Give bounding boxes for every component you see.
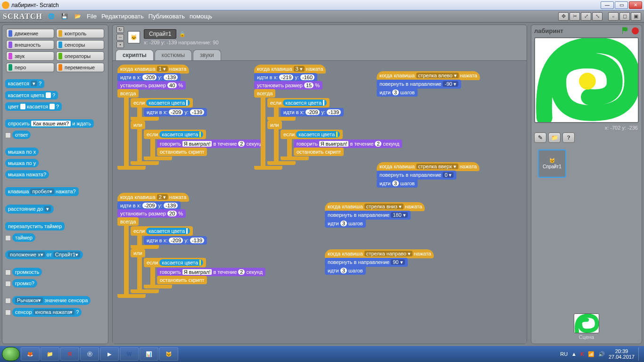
tab-scripts[interactable]: скрипты (116, 49, 154, 60)
scene-box[interactable]: Сцена (531, 312, 642, 344)
script-canvas[interactable]: когда клавиша 1 ▾ нажатаидти в x: -209 y… (113, 60, 527, 344)
sprite-list-item[interactable]: 🐱 Спрайт1 (538, 149, 566, 178)
taskbar: 🦊 📁 Я ⓔ ▶ W 📊 🐱 RU ▲ K 📶 🔊 20:39 27.04.2… (0, 346, 644, 362)
script-arrow-up[interactable]: когда клавиша стрелка вверх ▾ нажатапове… (377, 162, 479, 187)
block-keypressed[interactable]: клавиша пробел▾ нажата? (5, 187, 79, 196)
category-внешность[interactable]: внешность (6, 40, 54, 49)
taskbar-chart-icon[interactable]: 📊 (140, 347, 158, 361)
left-panel: движениеконтрольвнешностьсенсорызвукопер… (2, 25, 108, 344)
show-desktop-button[interactable] (638, 347, 642, 361)
window-minimize-button[interactable]: — (601, 1, 614, 9)
block-mousedown[interactable]: мышка нажата? (5, 170, 49, 179)
tray-sound-icon[interactable]: 🔊 (598, 351, 605, 357)
menu-edit[interactable]: Редактировать (101, 13, 144, 20)
taskbar-firefox-icon[interactable]: 🦊 (21, 347, 40, 361)
choose-sprite-icon[interactable]: 📁 (548, 132, 561, 143)
sprite-name[interactable]: Спрайт1 (144, 29, 176, 39)
tool-cut-icon[interactable]: ✂ (570, 12, 580, 21)
rotate-none-button[interactable]: • (116, 41, 124, 48)
stop-icon[interactable] (632, 27, 639, 34)
block-sensor-pressed[interactable]: сенсор кнопка нажата▾ ? (12, 308, 82, 317)
tray-wifi-icon[interactable]: 📶 (588, 351, 594, 357)
tray-k-icon[interactable]: K (580, 351, 584, 357)
block-timer[interactable]: таймер (12, 233, 35, 242)
taskbar-media-icon[interactable]: ▶ (100, 347, 119, 361)
save-icon[interactable]: 💾 (60, 12, 69, 21)
cat-icon: 🐱 (549, 158, 555, 163)
view-small-icon[interactable]: ▫ (608, 12, 619, 21)
block-color-touching[interactable]: цвет касается ? (5, 102, 62, 111)
category-grid: движениеконтрольвнешностьсенсорызвукопер… (2, 25, 108, 76)
green-flag-icon[interactable] (621, 27, 629, 34)
block-distance[interactable]: расстояние до ▾ (5, 205, 54, 214)
block-mousex[interactable]: мышка по x (5, 148, 39, 156)
block-answer[interactable]: ответ (12, 131, 31, 139)
tray-time[interactable]: 20:39 (609, 348, 635, 354)
taskbar-word-icon[interactable]: W (120, 347, 139, 361)
category-операторы[interactable]: операторы (56, 51, 104, 61)
menu-file[interactable]: File (87, 13, 97, 20)
taskbar-ie-icon[interactable]: ⓔ (80, 347, 99, 361)
block-attr-of[interactable]: положение x▾ от Спрайт1▾ (5, 250, 83, 259)
checkbox[interactable] (5, 281, 11, 287)
svg-point-1 (579, 73, 596, 90)
taskbar-explorer-icon[interactable]: 📁 (41, 347, 59, 361)
tray-date[interactable]: 27.04.2017 (609, 354, 635, 360)
block-touching-color[interactable]: касается цвета ? (5, 91, 58, 99)
category-переменные[interactable]: переменные (56, 63, 104, 72)
block-sensor-value[interactable]: Рычажок▾ значение сенсора (12, 296, 91, 305)
script-arrow-left[interactable]: когда клавиша стрелка влево ▾ нажатапове… (377, 71, 480, 96)
block-mousey[interactable]: мышка по y (5, 159, 39, 167)
lock-icon[interactable]: 🔒 (179, 31, 186, 37)
category-движение[interactable]: движение (6, 29, 54, 38)
block-palette: касается ▾ ?касается цвета ?цвет касаетс… (2, 76, 108, 344)
view-normal-icon[interactable]: ◻ (619, 12, 630, 21)
tab-costumes[interactable]: костюмы (155, 49, 192, 60)
category-сенсоры[interactable]: сенсоры (56, 40, 104, 49)
menu-publish[interactable]: Публиковать (149, 13, 185, 20)
paint-new-sprite-icon[interactable]: ✎ (534, 132, 546, 143)
window-close-button[interactable]: ✕ (629, 1, 642, 9)
tray-flag-icon[interactable]: ▲ (571, 351, 577, 357)
view-present-icon[interactable]: ▣ (631, 12, 641, 21)
window-maximize-button[interactable]: ▭ (615, 1, 628, 9)
script-arrow-right[interactable]: когда клавиша стрелка направо ▾ нажатапо… (325, 249, 434, 274)
rotate-lr-button[interactable]: ↔ (116, 34, 124, 41)
checkbox[interactable] (5, 235, 11, 241)
rotate-free-button[interactable]: ↻ (116, 26, 124, 33)
stage[interactable] (534, 37, 639, 123)
main: движениеконтрольвнешностьсенсорызвукопер… (0, 23, 644, 346)
right-panel: лабиринт x: -702 y: -236 ✎ 📁 ？ 🐱 Спрайт1 (531, 25, 642, 344)
block-loud[interactable]: громко? (12, 279, 37, 288)
tool-shrink-icon[interactable]: ⤡ (592, 12, 603, 21)
block-reset-timer[interactable]: перезапустить таймер (5, 222, 65, 230)
script-arrow-down[interactable]: когда клавиша стрелка вниз ▾ нажатаповер… (325, 202, 425, 227)
taskbar-scratch-icon[interactable]: 🐱 (159, 347, 178, 361)
scratch-logo: SCRATCH (3, 12, 42, 21)
taskbar-yandex-icon[interactable]: Я (60, 347, 79, 361)
checkbox[interactable] (5, 310, 11, 315)
checkbox[interactable] (5, 270, 11, 275)
checkbox[interactable] (5, 132, 11, 138)
script-key-2[interactable]: когда клавиша 2 ▾ нажатаидти в x: -209 y… (117, 193, 265, 298)
sprite-thumb-icon: 🐱 (128, 31, 140, 43)
block-loudness[interactable]: громкость (12, 268, 42, 276)
tool-stamp-icon[interactable]: ✥ (558, 12, 569, 21)
script-key-1[interactable]: когда клавиша 1 ▾ нажатаидти в x: -209 y… (117, 65, 265, 170)
category-звук[interactable]: звук (6, 51, 54, 61)
sprite-tools: ✎ 📁 ？ (531, 132, 642, 144)
sprite-header: ↻ ↔ • 🐱 Спрайт1 🔒 x: -209 y: -139 направ… (113, 25, 527, 49)
surprise-sprite-icon[interactable]: ？ (562, 132, 575, 143)
open-icon[interactable]: 📂 (74, 12, 82, 21)
block-ask[interactable]: спросить Как ваше имя? и ждать (5, 119, 94, 128)
block-touching[interactable]: касается ▾ ? (5, 79, 44, 88)
tool-grow-icon[interactable]: ⤢ (581, 12, 591, 21)
category-контроль[interactable]: контроль (56, 29, 104, 38)
menu-help[interactable]: помощь (190, 13, 212, 20)
tab-sounds[interactable]: звуки (193, 49, 221, 60)
tray-lang[interactable]: RU (560, 351, 568, 357)
language-icon[interactable]: 🌐 (47, 12, 56, 21)
start-button[interactable] (2, 347, 20, 361)
checkbox[interactable] (5, 298, 11, 304)
category-перо[interactable]: перо (6, 63, 54, 72)
